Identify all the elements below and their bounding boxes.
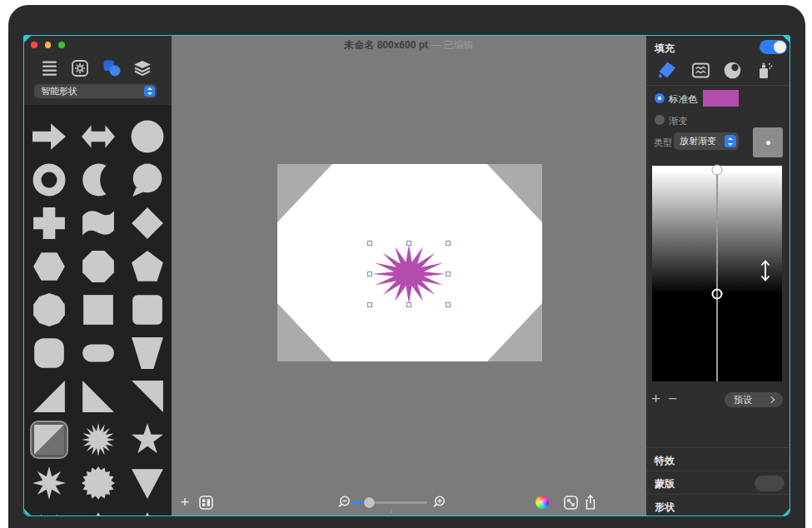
shape-cell-triangle-up[interactable] — [122, 505, 172, 516]
shape-cell-capsule[interactable] — [73, 331, 122, 375]
corner-triangle-shape[interactable] — [277, 164, 332, 222]
settings-button[interactable] — [69, 57, 91, 79]
left-sidebar: 智能形状 — [24, 36, 172, 516]
shape-cell-trapezoid-inverted[interactable] — [122, 331, 172, 375]
shape-cell-arrow-right[interactable] — [24, 115, 73, 158]
presets-button[interactable]: 预设 — [725, 392, 783, 407]
square-icon — [81, 292, 116, 327]
shape-cell-right-triangle-bl[interactable] — [73, 375, 122, 418]
shape-cell-crescent[interactable] — [73, 158, 122, 202]
canvas-area[interactable]: 未命名 800x600 pt — 已编辑 — [172, 36, 646, 516]
shape-cell-seal[interactable] — [73, 461, 122, 505]
shape-cell-star-8[interactable] — [24, 461, 73, 505]
presets-label: 预设 — [725, 394, 769, 406]
shape-cell-triangle-down[interactable] — [122, 461, 172, 505]
zoom-slider-tick — [391, 509, 392, 513]
selection-handle[interactable] — [367, 302, 372, 307]
menu-button[interactable] — [38, 57, 60, 79]
shape-cell-wave-flag[interactable] — [73, 202, 122, 245]
shape-cell-decagon[interactable] — [24, 288, 73, 331]
gradient-radio[interactable] — [655, 115, 665, 125]
gradient-stop-end[interactable] — [712, 289, 723, 300]
remove-stop-button[interactable]: − — [668, 391, 677, 407]
wave-flag-icon — [81, 206, 116, 241]
section-mask[interactable]: 蒙版 — [646, 471, 790, 494]
close-button[interactable] — [31, 42, 37, 48]
capsule-icon — [81, 336, 116, 371]
shape-cell-speech-bubble[interactable] — [122, 158, 172, 202]
zoom-slider-knob[interactable] — [364, 497, 375, 508]
cross-icon — [32, 206, 67, 241]
zoom-slider[interactable] — [351, 496, 427, 508]
canvas-bottom-toolbar: + — [172, 493, 646, 513]
selection-handle[interactable] — [446, 271, 451, 276]
resize-view-button[interactable] — [563, 495, 578, 510]
shape-cell-rounded-square-large[interactable] — [24, 331, 73, 375]
selection-handle[interactable] — [446, 241, 451, 246]
shape-cell-ring[interactable] — [24, 158, 73, 202]
paint-bucket-icon — [657, 60, 677, 80]
corner-triangle-shape[interactable] — [487, 164, 542, 222]
shape-cell-right-triangle-tr[interactable] — [122, 375, 172, 418]
standard-color-radio[interactable] — [655, 93, 665, 103]
shapes-library-button[interactable] — [101, 57, 122, 79]
shape-cell-split-square[interactable] — [30, 421, 68, 459]
shape-cell-circle[interactable] — [122, 115, 172, 158]
shape-cell-right-triangle-br[interactable] — [24, 375, 73, 418]
speech-bubble-icon — [130, 162, 165, 197]
selection-handle[interactable] — [406, 302, 411, 307]
shape-cell-triangle-up[interactable] — [73, 505, 122, 516]
fill-toggle[interactable] — [760, 40, 787, 54]
layers-button[interactable] — [132, 57, 153, 79]
section-shape[interactable]: 形状 — [646, 494, 790, 516]
fill-type-tabs — [646, 59, 790, 81]
gradient-editor[interactable] — [652, 166, 782, 381]
artboard[interactable] — [277, 164, 542, 361]
minimize-button[interactable] — [45, 42, 52, 48]
selection-handle[interactable] — [367, 271, 372, 276]
shape-category-dropdown[interactable]: 智能形状 — [34, 84, 157, 98]
color-picker-button[interactable] — [535, 495, 550, 510]
star-8-icon — [32, 466, 67, 501]
tab-spray-fill[interactable] — [754, 59, 775, 81]
selection-handle[interactable] — [406, 241, 411, 246]
zoom-out-button[interactable] — [336, 495, 351, 510]
mask-toggle[interactable] — [755, 476, 785, 491]
rounded-square-icon — [130, 292, 165, 327]
standard-color-swatch[interactable] — [703, 90, 739, 107]
shape-cell-star-5[interactable] — [122, 418, 172, 461]
gradient-type-dropdown[interactable]: 放射渐变 — [674, 132, 739, 150]
section-effects[interactable]: 特效 — [646, 447, 790, 471]
window-content: 智能形状 未命名 800x600 pt — 已编辑 — [23, 35, 790, 516]
hexagon-icon — [32, 249, 67, 284]
shape-cell-square[interactable] — [73, 288, 122, 331]
tab-sphere-fill[interactable] — [721, 59, 743, 81]
tab-pattern-fill[interactable] — [690, 59, 711, 81]
shape-cell-octagon[interactable] — [73, 245, 122, 288]
shape-cell-double-peak[interactable] — [24, 505, 73, 516]
shape-cell-rounded-square[interactable] — [122, 288, 172, 331]
add-stop-button[interactable]: + — [651, 391, 660, 407]
standard-color-label: 标准色 — [669, 93, 698, 106]
shape-cell-diamond[interactable] — [122, 202, 172, 245]
corner-triangle-shape[interactable] — [487, 303, 542, 361]
gradient-stops-controls: + − 预设 — [646, 389, 790, 409]
corner-triangle-shape[interactable] — [277, 303, 332, 361]
shape-cell-hexagon[interactable] — [24, 245, 73, 288]
tab-color-fill[interactable] — [656, 59, 678, 81]
shape-cell-pentagon[interactable] — [122, 245, 172, 288]
add-artboard-button[interactable]: + — [177, 494, 192, 511]
share-button[interactable] — [583, 493, 598, 511]
artboards-button[interactable] — [198, 495, 213, 510]
gradient-center-widget[interactable] — [753, 127, 783, 157]
shape-cell-starburst-16[interactable] — [73, 418, 122, 461]
selection-handle[interactable] — [446, 302, 451, 307]
zoom-in-button[interactable] — [431, 495, 446, 510]
zoom-window-button[interactable] — [58, 42, 65, 48]
gradient-stop-start[interactable] — [712, 165, 723, 176]
shape-cell-arrow-left-right[interactable] — [73, 115, 122, 158]
zoom-out-icon — [337, 496, 351, 509]
shape-cell-cross[interactable] — [24, 202, 73, 245]
selection-handle[interactable] — [367, 241, 372, 246]
right-triangle-tr-icon — [130, 379, 165, 414]
